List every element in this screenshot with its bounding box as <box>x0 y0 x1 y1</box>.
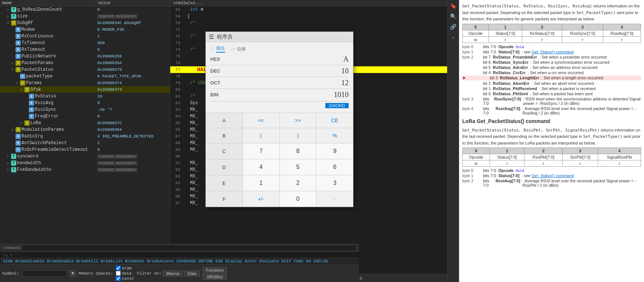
calc-btn-ce[interactable]: CE <box>316 113 353 128</box>
var-value: 2 <box>96 140 170 146</box>
calc-btn-7[interactable]: 7 <box>243 143 279 159</box>
calc-btn-E[interactable]: E <box>206 175 242 191</box>
expand-icon[interactable]: ▽ <box>15 81 19 85</box>
calc-btn-0[interactable]: 0 <box>280 191 316 207</box>
calc-btn-3[interactable]: 3 <box>316 175 353 191</box>
calc-btn-rshift[interactable]: >> <box>280 113 316 128</box>
calc-btn-9[interactable]: 9 <box>316 143 353 159</box>
expand-icon[interactable]: ▷ <box>10 61 15 65</box>
table-row[interactable]: ▽ S Gfsk 0x20000374 <box>0 86 170 93</box>
table-row[interactable]: ● FreqError 0 <box>0 113 170 120</box>
calc-btn-lshift[interactable]: << <box>243 113 279 128</box>
calc-btn-5[interactable]: 5 <box>280 159 316 175</box>
line-number: 97 <box>170 201 183 205</box>
symbol-dropdown[interactable]: ▼ <box>70 270 76 277</box>
calc-btn-rparen[interactable]: ) <box>280 128 316 143</box>
code-line: 68 int m <box>170 6 447 13</box>
table-row[interactable]: ● packetType 0 PACKET_TYPE_GFSK <box>0 73 170 80</box>
expand-icon[interactable]: ▽ <box>19 87 24 92</box>
symbol-input[interactable] <box>22 271 67 276</box>
var-name: ▷ S PacketParams <box>0 60 96 66</box>
table-row[interactable]: ▽ S SubgRf 0x2000034C &SubgRf <box>0 20 170 26</box>
table-row[interactable]: ▷ S ModulationParams 0x20000384 <box>0 126 170 133</box>
calc-btn-1[interactable]: 1 <box>243 175 279 191</box>
table-row[interactable]: ● RssiSync -40 '? <box>0 106 170 113</box>
var-value: 0 <box>96 147 170 152</box>
table-row[interactable]: ▷ f syncword <cannot evaluate> <box>0 153 170 160</box>
calc-btn-4[interactable]: 4 <box>243 159 279 175</box>
filter-macros-btn[interactable]: Macros <box>163 271 183 276</box>
search-icon[interactable]: 🔍 <box>449 12 458 21</box>
table-row[interactable]: ▷ f FskBandwidths <cannot evaluate> <box>0 166 170 173</box>
calc-btn-6[interactable]: 6 <box>316 159 353 175</box>
const-checkbox[interactable] <box>116 276 121 281</box>
var-label: RadioIrq <box>21 134 43 139</box>
calc-btn-dot[interactable]: · <box>316 191 353 207</box>
expand-icon[interactable]: ▷ <box>19 121 24 125</box>
table-row[interactable]: ● RxContinuous 1 <box>0 33 170 40</box>
calc-btn-A[interactable]: A <box>206 113 242 128</box>
byte-info-row: byte 0 bits 7:0 Opcode 0x14 <box>462 168 641 173</box>
calc-menu-icon[interactable]: ☰ <box>209 33 214 40</box>
calc-btn-F[interactable]: F <box>206 191 242 207</box>
checkbox-eram[interactable]: eram <box>116 266 134 271</box>
link-icon[interactable]: 🔗 <box>449 22 458 31</box>
line-number: 71 <box>170 27 183 32</box>
line-number: 85 <box>170 121 183 125</box>
table-row[interactable]: ● Modem 0 MODEM_FSK <box>0 26 170 33</box>
calc-btn-8[interactable]: 8 <box>280 143 316 159</box>
table-row[interactable]: ● RssiAvg 0 <box>0 100 170 106</box>
table-row[interactable]: ▷ S LoRa 0x2000037C <box>0 120 170 126</box>
expand-icon[interactable]: ▽ <box>6 21 10 25</box>
eram-checkbox[interactable] <box>116 266 121 271</box>
filter-functions-btn[interactable]: Functions <box>203 267 227 273</box>
expand-icon[interactable]: ▽ <box>10 67 15 72</box>
calc-oct-value: 12 <box>341 79 349 87</box>
table-row[interactable]: ● TxTimeout 500 <box>0 40 170 46</box>
table-row[interactable]: ▷ f size <cannot evaluate> <box>0 13 170 20</box>
checkbox-data[interactable]: data <box>116 271 134 276</box>
table-row[interactable]: ▷ f g_RxRealDoneCount 0 <box>0 6 170 13</box>
calc-tab-bitwise[interactable]: ⊞ 按位 <box>210 45 225 53</box>
calc-btn-2[interactable]: 2 <box>280 175 316 191</box>
prop-icon: ● <box>16 40 21 46</box>
table-row[interactable]: ● RxTimeout 0 <box>0 46 170 53</box>
table-row[interactable]: ● RadioIrq 4 IRQ_PREAMBLE_DETECTED <box>0 133 170 140</box>
doc-link-getstatus-2[interactable]: Get_Status() command <box>531 173 574 178</box>
calc-tab-shift[interactable]: ⇄ 位移 <box>231 45 246 53</box>
expand-icon[interactable]: ▷ <box>6 161 10 165</box>
expand-icon[interactable]: ▷ <box>6 167 10 172</box>
memory-space-label: Memory Spaces: <box>79 271 113 276</box>
var-label: syncword <box>17 154 38 159</box>
var-label: AntSwitchPaSelect <box>21 140 67 146</box>
calc-btn-lparen[interactable]: ( <box>243 128 279 143</box>
checkbox-const[interactable]: const <box>116 276 134 281</box>
table-row[interactable]: ▽ S PacketStatus 0x20000370 <box>0 66 170 73</box>
table-row[interactable]: ▽ S Params 0x20000374 <box>0 80 170 86</box>
bookmark-icon[interactable]: 🔖 <box>449 1 458 10</box>
data-checkbox[interactable] <box>116 271 121 276</box>
expand-icon[interactable]: ▷ <box>6 154 10 159</box>
doc-link-getstatus[interactable]: Get_Status() command <box>531 50 574 54</box>
table-row[interactable]: ▷ S PacketParams 0x2000035A <box>0 60 170 66</box>
table-row[interactable]: ● RxStatus 10 <box>0 93 170 100</box>
command-input[interactable] <box>22 245 356 251</box>
doc-table-1: 01234 OpcodeStatus[7:0]RxStatus[7:0]Rssi… <box>462 24 641 43</box>
filter-sfrbits-btn[interactable]: SfR(Bits) <box>203 274 227 280</box>
calc-btn-percent[interactable]: % <box>316 128 353 143</box>
edit-icon[interactable]: ✏️ <box>449 33 458 42</box>
calc-btn-D[interactable]: D <box>206 159 242 175</box>
calc-btn-plusminus[interactable]: +/- <box>243 191 279 207</box>
byte-info-row: byte 1 bits 7:0 Status[7:0] : see Get_St… <box>462 173 641 178</box>
table-row[interactable]: ● AntSwitchPaSelect 2 <box>0 140 170 146</box>
expand-icon[interactable]: ▷ <box>6 14 10 19</box>
calc-btn-B[interactable]: B <box>206 128 242 143</box>
table-row[interactable]: ● PublicNetwork 0x20000358 <box>0 53 170 60</box>
var-name: ▷ f syncword <box>0 153 96 159</box>
expand-icon[interactable]: ▷ <box>10 127 15 132</box>
calc-btn-C[interactable]: C <box>206 143 242 159</box>
table-row[interactable]: ▷ f bandwidth <cannot evaluate> <box>0 160 170 166</box>
expand-icon[interactable]: ▷ <box>6 7 10 12</box>
filter-data-btn[interactable]: Data <box>184 271 199 276</box>
table-row[interactable]: ● RxDcPreambleDetectTimeout 0 <box>0 146 170 153</box>
